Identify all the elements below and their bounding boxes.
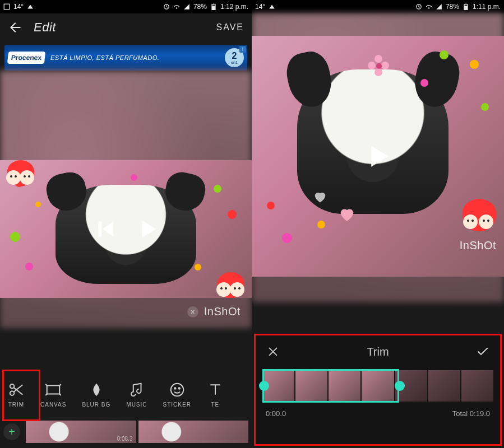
svg-point-9 [170, 383, 183, 396]
svg-point-7 [10, 391, 15, 395]
trim-filmstrip[interactable] [256, 368, 500, 404]
svg-rect-5 [212, 6, 215, 10]
trim-handle-left[interactable] [259, 381, 269, 391]
status-bar: 14° 78% 1:11 p.m. [252, 0, 504, 13]
tool-label: CANVAS [40, 402, 66, 408]
tool-label: STICKER [163, 402, 191, 408]
screenshot-left: 14° 78% 1:12 p.m. Edit SAVE Procenex EST… [0, 0, 252, 448]
tool-label: BLUR BG [82, 402, 110, 408]
trim-time-row: 0:00.0 Total 0:19.0 [256, 404, 500, 418]
play-button[interactable] [135, 216, 160, 242]
back-button[interactable] [8, 20, 22, 35]
watermark-text: InShOt [204, 305, 241, 318]
trim-thumbnail [329, 370, 360, 402]
trim-total-time: Total 0:19.0 [452, 409, 490, 418]
playback-controls [0, 160, 252, 298]
video-preview-area: × InShOt [0, 71, 252, 328]
video-preview[interactable] [0, 160, 252, 298]
svg-rect-16 [464, 6, 468, 10]
notification-icon [3, 3, 10, 10]
edit-toolbar: TRIM CANVAS BLUR BG MUSIC STICKER TE [0, 372, 252, 417]
play-button[interactable] [362, 141, 394, 172]
cancel-trim-button[interactable] [266, 344, 280, 359]
close-watermark-icon[interactable]: × [187, 306, 198, 318]
text-icon [207, 381, 224, 398]
wifi-icon [426, 3, 432, 10]
blur-icon [88, 381, 105, 398]
alarm-icon [163, 3, 170, 10]
video-preview-area: InShOt [252, 13, 504, 302]
clip-thumbnail[interactable]: 0:08.3 [26, 421, 136, 443]
trim-handle-right[interactable] [395, 381, 405, 391]
alarm-icon [415, 3, 422, 10]
ad-brand: Procenex [7, 52, 45, 64]
battery-percent: 78% [446, 3, 459, 11]
page-title: Edit [34, 20, 56, 35]
clock: 1:12 p.m. [220, 3, 248, 11]
status-bar: 14° 78% 1:12 p.m. [0, 0, 252, 13]
trim-current-time: 0:00.0 [266, 409, 286, 418]
previous-button[interactable] [92, 216, 118, 242]
trim-thumbnail [428, 370, 460, 402]
signal-icon [436, 3, 442, 10]
svg-rect-15 [465, 4, 466, 4]
canvas-icon [45, 381, 62, 398]
battery-icon [463, 3, 469, 10]
svg-point-2 [176, 7, 177, 8]
app-header: Edit SAVE [0, 13, 252, 41]
battery-icon [210, 3, 217, 10]
temperature-indicator: 14° [13, 3, 24, 11]
svg-point-6 [10, 384, 15, 389]
svg-rect-8 [47, 385, 60, 394]
trim-thumbnail [461, 370, 493, 402]
wifi-icon [173, 3, 180, 10]
temperature-indicator: 14° [255, 3, 265, 11]
trim-panel: Trim 0:00.0 Total 0:19.0 [254, 334, 502, 446]
trim-title: Trim [367, 346, 389, 358]
cast-icon [27, 3, 34, 10]
battery-percent: 78% [193, 3, 207, 11]
clock: 1:11 p.m. [473, 3, 501, 11]
add-clip-button[interactable]: + [3, 423, 20, 440]
ad-slogan: ESTÁ LIMPIO, ESTÁ PERFUMADO. [50, 54, 225, 61]
svg-rect-0 [4, 4, 10, 10]
watermark-tag[interactable]: × InShOt [187, 305, 241, 318]
save-button[interactable]: SAVE [216, 22, 244, 32]
tool-label: TRIM [8, 402, 24, 408]
clip-thumbnail[interactable] [138, 421, 249, 443]
timeline-filmstrip[interactable]: + 0:08.3 [0, 418, 252, 446]
tool-label: MUSIC [126, 402, 147, 408]
trim-thumbnail [362, 370, 394, 402]
tool-label: TE [211, 402, 219, 408]
svg-rect-4 [213, 4, 214, 4]
music-icon [128, 381, 145, 398]
screenshot-right: 14° 78% 1:11 p.m. [252, 0, 504, 448]
svg-point-11 [178, 388, 180, 389]
sticker-icon [169, 381, 186, 398]
trim-thumbnail [295, 370, 327, 402]
svg-point-13 [428, 7, 429, 8]
signal-icon [183, 3, 190, 10]
scissors-icon [8, 381, 25, 398]
svg-point-10 [174, 388, 176, 389]
watermark-text[interactable]: InShOt [460, 239, 496, 252]
tool-music[interactable]: MUSIC [126, 381, 147, 408]
tool-text[interactable]: TE [207, 381, 224, 408]
tool-sticker[interactable]: STICKER [163, 381, 191, 408]
ad-banner[interactable]: Procenex ESTÁ LIMPIO, ESTÁ PERFUMADO. 2 … [4, 45, 247, 71]
confirm-trim-button[interactable] [475, 344, 490, 359]
adchoices-icon[interactable]: i [239, 46, 246, 53]
tool-blur-bg[interactable]: BLUR BG [82, 381, 110, 408]
cast-icon [269, 3, 275, 10]
tool-canvas[interactable]: CANVAS [40, 381, 66, 408]
clip-duration: 0:08.3 [117, 436, 133, 442]
tool-trim[interactable]: TRIM [8, 381, 25, 408]
